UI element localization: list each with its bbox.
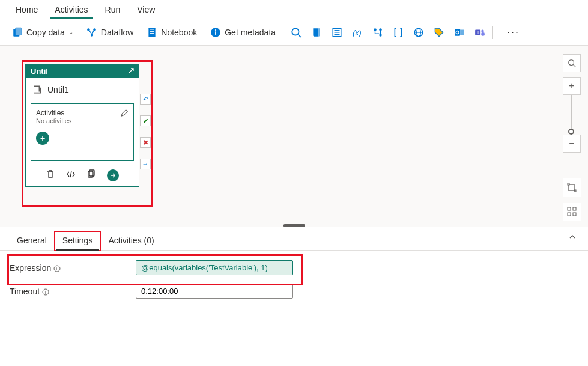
svg-point-20: [379, 28, 382, 31]
expand-icon[interactable]: [128, 68, 134, 75]
connector-success[interactable]: ✔: [140, 115, 151, 126]
variable-icon[interactable]: (x): [351, 26, 363, 38]
svg-rect-26: [460, 29, 464, 35]
tab-settings[interactable]: Settings: [54, 231, 102, 251]
tab-activities[interactable]: Activities (0): [101, 232, 161, 250]
zoom-slider[interactable]: [571, 95, 572, 135]
toolbar-icon-group: (x) T: [290, 26, 486, 38]
svg-text:(x): (x): [353, 28, 361, 37]
teams-icon[interactable]: T: [474, 26, 486, 38]
svg-point-30: [481, 29, 484, 32]
top-menu: Home Activities Run View: [0, 0, 588, 19]
list-icon[interactable]: [331, 26, 343, 38]
expression-label-text: Expression: [10, 263, 51, 273]
add-activity-button[interactable]: +: [36, 132, 49, 145]
toolbar-overflow-button[interactable]: ···: [505, 26, 522, 38]
timeout-row: Timeout i: [10, 284, 578, 299]
zoom-out-button[interactable]: −: [563, 135, 581, 153]
svg-rect-8: [150, 33, 154, 34]
timeout-label: Timeout i: [10, 287, 130, 296]
delete-icon[interactable]: [46, 169, 55, 179]
properties-panel: General Settings Activities (0) Expressi…: [0, 227, 588, 317]
notebook-label: Notebook: [161, 28, 197, 37]
minimap-button[interactable]: [563, 203, 581, 221]
info-icon: [210, 27, 221, 38]
svg-rect-41: [568, 213, 571, 216]
svg-point-21: [379, 34, 382, 37]
connector-skip[interactable]: →: [140, 159, 151, 169]
activity-type-label: Until: [31, 67, 48, 76]
connector-undo[interactable]: ↶: [140, 94, 151, 105]
code-icon[interactable]: [66, 169, 76, 179]
svg-point-11: [215, 29, 216, 30]
svg-text:T: T: [477, 30, 479, 34]
svg-point-12: [292, 28, 299, 35]
timeout-label-text: Timeout: [10, 287, 40, 296]
svg-rect-7: [150, 31, 154, 31]
canvas-search-button[interactable]: [563, 54, 581, 72]
collapse-panel-button[interactable]: [569, 233, 576, 242]
notebook-icon: [147, 27, 157, 38]
svg-rect-39: [568, 207, 571, 210]
zoom-in-button[interactable]: +: [563, 77, 581, 95]
svg-point-19: [374, 28, 377, 31]
menu-view[interactable]: View: [129, 2, 163, 19]
pencil-icon[interactable]: [120, 109, 129, 117]
svg-rect-10: [215, 31, 216, 35]
expression-input[interactable]: @equals(variables('TestVariable'), 1): [136, 260, 293, 275]
activity-inner-panel: Activities No activities +: [31, 103, 134, 161]
bracket-icon[interactable]: [392, 26, 404, 38]
menu-activities[interactable]: Activities: [46, 2, 96, 19]
svg-rect-40: [573, 207, 576, 210]
search-icon[interactable]: [290, 26, 302, 38]
tag-icon[interactable]: [433, 26, 445, 38]
connector-handles: ↶ ✔ ✖ →: [139, 94, 151, 169]
svg-line-35: [574, 65, 576, 67]
get-metadata-label: Get metadata: [225, 28, 276, 37]
outlook-icon[interactable]: [453, 26, 465, 38]
svg-rect-6: [150, 29, 154, 29]
connector-fail[interactable]: ✖: [140, 137, 151, 148]
svg-text:i: i: [56, 267, 58, 271]
svg-rect-25: [455, 29, 460, 35]
activity-footer: [26, 166, 139, 186]
hierarchy-icon[interactable]: [372, 26, 384, 38]
activities-title: Activities: [36, 109, 71, 117]
settings-form: Expression i @equals(variables('TestVari…: [0, 251, 588, 317]
svg-rect-1: [16, 28, 22, 35]
activity-header: Until: [26, 64, 139, 78]
copy-data-icon: [12, 27, 23, 38]
dataflow-label: Dataflow: [101, 28, 133, 37]
copy-icon[interactable]: [86, 169, 96, 179]
svg-line-13: [298, 34, 301, 37]
activities-subtitle: No activities: [36, 117, 71, 124]
tab-general[interactable]: General: [10, 232, 54, 250]
menu-run[interactable]: Run: [97, 2, 129, 19]
pipeline-canvas[interactable]: Until Until1 Activities No activities +: [0, 46, 588, 227]
copy-data-button[interactable]: Copy data ⌄: [7, 25, 78, 40]
zoom-thumb[interactable]: [568, 129, 574, 135]
info-icon[interactable]: i: [53, 264, 61, 272]
until-activity-node[interactable]: Until Until1 Activities No activities +: [25, 64, 139, 187]
canvas-view-controls: [563, 178, 581, 221]
run-activity-button[interactable]: [107, 169, 119, 181]
timeout-input[interactable]: [136, 284, 293, 299]
globe-icon[interactable]: [413, 26, 425, 38]
script-icon[interactable]: [311, 26, 323, 38]
activity-name: Until1: [47, 85, 69, 94]
svg-rect-31: [481, 32, 485, 36]
activity-name-row: Until1: [26, 78, 139, 103]
expression-label: Expression i: [10, 263, 130, 273]
notebook-button[interactable]: Notebook: [142, 25, 202, 40]
fit-to-screen-button[interactable]: [563, 178, 581, 197]
info-icon[interactable]: i: [42, 288, 49, 295]
menu-home[interactable]: Home: [7, 2, 46, 19]
svg-point-34: [569, 60, 574, 66]
until-icon: [32, 84, 43, 95]
chevron-down-icon: ⌄: [68, 29, 73, 35]
dataflow-button[interactable]: Dataflow: [82, 25, 138, 40]
panel-tabs: General Settings Activities (0): [0, 227, 588, 251]
expression-row: Expression i @equals(variables('TestVari…: [10, 260, 578, 275]
get-metadata-button[interactable]: Get metadata: [205, 25, 280, 40]
dataflow-icon: [86, 27, 97, 38]
